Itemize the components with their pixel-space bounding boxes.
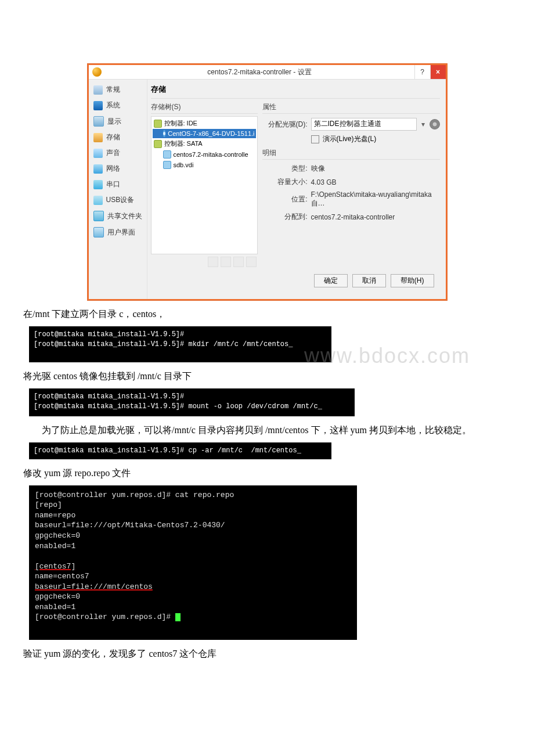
type-label: 类型: <box>262 164 308 174</box>
storage-icon <box>93 133 103 142</box>
nav-network[interactable]: 网络 <box>91 161 145 177</box>
drive-select[interactable]: 第二IDE控制器主通道 <box>311 118 417 131</box>
terminal-cp: [root@mitaka mitaka_install-V1.9.5]# cp … <box>29 442 331 459</box>
nav-label: 用户界面 <box>107 228 135 237</box>
section-heading: 存储 <box>151 83 440 99</box>
location-label: 位置: <box>262 195 308 204</box>
terminal-mount: [root@mitaka mitaka_install-V1.9.5]# [ro… <box>29 388 355 416</box>
nav-display[interactable]: 显示 <box>91 113 145 129</box>
help-button[interactable]: ? <box>414 65 430 79</box>
detail-heading: 明细 <box>262 148 440 160</box>
add-attachment-icon[interactable] <box>233 257 244 267</box>
terminal-repo: [root@controller yum.repos.d]# cat repo.… <box>29 485 357 640</box>
tree-toolbar <box>151 254 258 269</box>
attributes-label: 属性 <box>262 102 440 114</box>
display-icon <box>93 116 104 127</box>
terminal-line: [root@mitaka mitaka_install-V1.9.5]# <box>34 393 184 401</box>
hdd-item-2[interactable]: sdb.vdi <box>153 160 256 170</box>
paragraph-mkdir: 在/mnt 下建立两个目录 c，centos， <box>12 308 522 321</box>
system-icon <box>93 101 103 110</box>
terminal-line: enabled=1 <box>35 603 75 611</box>
choose-disk-icon[interactable] <box>430 119 440 129</box>
app-icon <box>92 67 102 77</box>
nav-ui[interactable]: 用户界面 <box>91 224 145 240</box>
terminal-line: [root@mitaka mitaka_install-V1.9.5]# <box>34 330 184 339</box>
live-cd-checkbox[interactable] <box>311 135 319 143</box>
size-value: 4.03 GB <box>311 178 440 186</box>
nav-label: 声音 <box>106 148 120 158</box>
controller-sata[interactable]: 控制器: SATA <box>153 138 256 149</box>
tree-label: 存储树(S) <box>151 102 258 114</box>
optical-disc-item[interactable]: CentOS-7-x86_64-DVD-1511.i <box>153 129 256 138</box>
nav-usb[interactable]: USB设备 <box>91 192 145 208</box>
network-icon <box>93 164 103 174</box>
close-button[interactable]: × <box>430 65 446 79</box>
terminal-line: [root@mitaka mitaka_install-V1.9.5]# mou… <box>34 402 322 411</box>
paragraph-cp: 为了防止总是加载光驱，可以将/mnt/c 目录内容拷贝到 /mnt/centos… <box>12 424 522 437</box>
nav-shared[interactable]: 共享文件夹 <box>91 208 145 224</box>
paragraph-repo: 修改 yum 源 repo.repo 文件 <box>12 467 522 480</box>
live-cd-label: 演示(Live)光盘(L) <box>323 134 377 144</box>
nav-serial[interactable]: 串口 <box>91 177 145 192</box>
dropdown-icon[interactable]: ▾ <box>420 120 426 128</box>
nav-label: 存储 <box>106 132 120 142</box>
cancel-button[interactable]: 取消 <box>352 274 386 287</box>
help-button[interactable]: 帮助(H) <box>391 274 434 287</box>
nav-general[interactable]: 常规 <box>91 82 145 98</box>
nav-label: USB设备 <box>106 195 135 205</box>
assigned-label: 分配到: <box>262 212 308 222</box>
hdd-item-1[interactable]: centos7.2-mitaka-controlle <box>153 149 256 160</box>
cursor-icon <box>175 613 181 621</box>
terminal-line: name=centos7 <box>35 572 89 581</box>
serial-icon <box>93 180 103 189</box>
usb-icon <box>93 196 103 205</box>
hdd-icon <box>163 161 171 169</box>
tree-item-label: 控制器: IDE <box>164 119 197 128</box>
window-title: centos7.2-mitaka-controller - 设置 <box>105 67 414 77</box>
storage-tree[interactable]: 控制器: IDE CentOS-7-x86_64-DVD-1511.i 控制器:… <box>151 116 258 254</box>
terminal-line: [root@mitaka mitaka_install-V1.9.5]# cp … <box>34 447 301 455</box>
terminal-line: enabled=1 <box>35 542 75 550</box>
remove-controller-icon[interactable] <box>221 257 231 267</box>
terminal-line: [centos7] <box>35 562 75 571</box>
general-icon <box>93 85 103 95</box>
assigned-value: centos7.2-mitaka-controller <box>311 213 440 221</box>
terminal-mkdir: [root@mitaka mitaka_install-V1.9.5]# [ro… <box>29 326 331 362</box>
tree-item-label: sdb.vdi <box>174 161 194 168</box>
nav-label: 系统 <box>106 100 120 110</box>
add-controller-icon[interactable] <box>208 257 218 267</box>
nav-audio[interactable]: 声音 <box>91 145 145 161</box>
size-label: 容量大小: <box>262 177 308 187</box>
terminal-line: name=repo <box>35 511 75 520</box>
controller-ide[interactable]: 控制器: IDE <box>153 118 256 129</box>
controller-icon <box>154 140 162 148</box>
location-value: F:\OpenStack\mitaka-wuyaliang\mitaka自… <box>311 190 440 208</box>
terminal-line: baseurl=file:///mnt/centos <box>35 582 153 591</box>
paragraph-verify: 验证 yum 源的变化，发现多了 centos7 这个仓库 <box>12 648 522 660</box>
terminal-line: [root@controller yum.repos.d]# cat repo.… <box>35 491 234 499</box>
disc-icon <box>163 130 166 137</box>
terminal-line: [repo] <box>35 501 62 509</box>
terminal-line: baseurl=file:///opt/Mitaka-Centos7.2-043… <box>35 521 225 530</box>
titlebar: centos7.2-mitaka-controller - 设置 ? × <box>89 65 446 80</box>
vbox-settings-window: centos7.2-mitaka-controller - 设置 ? × 常规 … <box>88 64 447 300</box>
folder-icon <box>93 211 104 221</box>
tree-item-label: 控制器: SATA <box>164 139 203 148</box>
nav-label: 共享文件夹 <box>107 211 142 221</box>
nav-label: 网络 <box>106 164 120 174</box>
nav-storage[interactable]: 存储 <box>91 129 145 145</box>
tree-item-label: centos7.2-mitaka-controlle <box>174 151 248 158</box>
terminal-line: gpgcheck=0 <box>35 592 80 601</box>
remove-attachment-icon[interactable] <box>246 257 257 267</box>
nav-label: 显示 <box>107 117 121 127</box>
hdd-icon <box>163 150 171 159</box>
audio-icon <box>93 149 103 158</box>
nav-label: 串口 <box>106 179 120 189</box>
nav-label: 常规 <box>106 85 120 95</box>
terminal-line: [root@mitaka mitaka_install-V1.9.5]# mkd… <box>34 340 293 348</box>
nav-system[interactable]: 系统 <box>91 98 145 113</box>
type-value: 映像 <box>311 164 440 174</box>
tree-item-label: CentOS-7-x86_64-DVD-1511.i <box>168 130 254 137</box>
paragraph-mount: 将光驱 centos 镜像包挂载到 /mnt/c 目录下 <box>12 370 522 383</box>
ok-button[interactable]: 确定 <box>314 274 348 287</box>
